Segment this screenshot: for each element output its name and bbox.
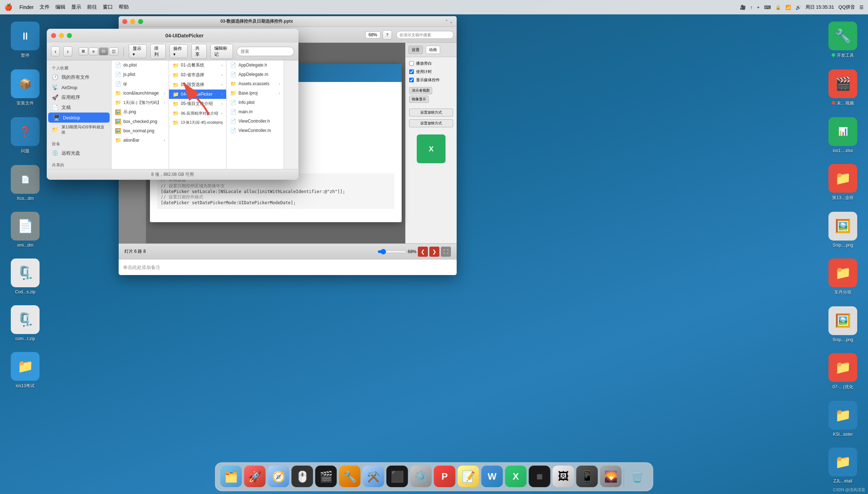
finder-action-btn[interactable]: 操作 ▾ [169, 44, 188, 58]
sidebar-item-desktop[interactable]: 🖥️ Desktop [48, 113, 110, 123]
settings-tab[interactable]: 设置 [408, 46, 423, 54]
menubar-finder[interactable]: Finder [19, 4, 34, 10]
file-item-viewcontroller-h[interactable]: 📄 ViewController.h [227, 116, 284, 126]
ppt-close-btn[interactable] [122, 19, 127, 24]
finder-back-btn[interactable]: ‹ [51, 46, 60, 56]
finder-icon-view[interactable]: ⊞ [79, 47, 88, 55]
file-item-ationbar[interactable]: 📁 ationBar › [111, 136, 169, 145]
volume-icon[interactable]: 🔊 [795, 5, 801, 10]
desktop-icon-13qi[interactable]: 📁 第13...业班 [825, 164, 861, 201]
desktop-icon-snip1[interactable]: 🖼️ Snip....png [825, 212, 861, 248]
finder-window[interactable]: 04-UIDatePicker ‹ › ⊞ ≡ ⊟ ◫ 显示 ▾ 排列 操作 ▾… [47, 29, 298, 180]
finder-gallery-view[interactable]: ◫ [109, 47, 118, 55]
file-item-shpng[interactable]: 🖼️ 示.png [111, 107, 169, 117]
file-item-assets[interactable]: 📁 Assets.xcassets › [227, 79, 284, 88]
desktop-icon-xco[interactable]: 📄 Xco...dm [7, 165, 43, 201]
file-item-boxchecked[interactable]: 🖼️ box_checked.png [111, 117, 169, 126]
ppt-help-btn[interactable]: ? [383, 30, 392, 40]
file-item-qi[interactable]: 📄 qi [111, 79, 169, 88]
dock-item-terminal[interactable]: ⬛ [387, 466, 408, 487]
display-option-2[interactable]: 设置放映方式 [409, 119, 453, 127]
desktop-icon-ksl[interactable]: 📁 KSl...aster [825, 401, 861, 437]
upload-icon[interactable]: ↑ [750, 5, 753, 10]
finder-list-view[interactable]: ≡ [89, 47, 98, 55]
menubar-file[interactable]: 文件 [40, 4, 50, 10]
ppt-fullscreen-btn[interactable]: ⛶ [441, 247, 451, 257]
ppt-min-btn[interactable] [130, 19, 135, 24]
ppt-note-area[interactable]: 单击此处添加备注 [119, 259, 457, 275]
ppt-zoom-slider[interactable] [378, 249, 406, 255]
sidebar-item-remote-disc[interactable]: 💿 远程光盘 [47, 148, 111, 158]
display-option-1[interactable]: 设置放映方式 [409, 109, 453, 116]
desktop-icon-dev-tools[interactable]: 🔧 开发工具 [825, 22, 861, 59]
add-icon[interactable]: + [757, 5, 760, 10]
desktop-icon-xmi[interactable]: 📄 xmi...dm [7, 212, 43, 248]
keyboard-icon[interactable]: ⌨ [764, 5, 771, 10]
file-item-base[interactable]: 📁 Base.lproj › [227, 88, 284, 98]
desktop-icon-com[interactable]: 🗜️ com...t.zip [7, 305, 43, 341]
file-item-01[interactable]: 📁 01-点餐系统 › [169, 60, 226, 70]
mode-btn-2[interactable]: 镜像显示 [409, 96, 429, 103]
ppt-max-btn[interactable] [138, 19, 143, 24]
dock-item-safari[interactable]: 🧭 [268, 466, 289, 487]
finder-max-btn[interactable] [67, 33, 72, 38]
whiteboard-checkbox[interactable] [409, 61, 414, 66]
finder-share-btn[interactable]: 共享 [191, 44, 207, 59]
file-item-04[interactable]: 📁 04-UIDatePicker › [169, 90, 226, 99]
file-item-js-plist[interactable]: 📄 js.plist [111, 70, 169, 79]
file-item-main-m[interactable]: 📄 main.m [227, 107, 284, 116]
file-item-06[interactable]: 📁 06-应用程序对象介绍 › [169, 109, 226, 118]
dock-item-video[interactable]: 🎬 [315, 466, 337, 487]
desktop-icon-zjl[interactable]: 📁 ZJL...etail [825, 448, 861, 484]
desktop-icon-ios13[interactable]: 📁 ios13考试 [7, 352, 43, 389]
file-item-appdelegate-m[interactable]: 📄 AppDelegate.m [227, 70, 284, 79]
menubar-go[interactable]: 前往 [87, 4, 97, 10]
file-item-appdelegate-h[interactable]: 📄 AppDelegate.h [227, 60, 284, 70]
file-item-02[interactable]: 📁 02-省市选择 › [169, 70, 226, 80]
file-item-ds-plist[interactable]: 📄 ds.plist [111, 60, 169, 70]
sidebar-item-applications[interactable]: 🚀 应用程序 [47, 92, 111, 102]
file-item-boxnormal[interactable]: 🖼️ box_normal.png [111, 126, 169, 136]
control-center-icon[interactable]: ☰ [859, 5, 864, 10]
dock-item-tools[interactable]: 🔧 [339, 466, 361, 487]
finder-display-btn[interactable]: 显示 ▾ [129, 44, 147, 58]
dock-item-trash[interactable]: 🗑️ [626, 466, 648, 487]
mode-btn-1[interactable]: 演示者视图 [409, 87, 432, 94]
file-item-icon-launch[interactable]: 📁 icon&launchImage › [111, 88, 169, 98]
apple-menu[interactable]: 🍎 [4, 3, 12, 11]
file-item-viewcontroller-m[interactable]: 📄 ViewController.m [227, 126, 284, 135]
finder-column-view[interactable]: ⊟ [99, 47, 108, 55]
finder-min-btn[interactable] [59, 33, 64, 38]
menubar-edit[interactable]: 编辑 [55, 4, 65, 10]
desktop-icon-xlsx[interactable]: 📊 ios1....xlsx [825, 117, 861, 153]
ppt-prev-btn[interactable]: ❮ [418, 247, 428, 257]
desktop-icon-07[interactable]: 📁 07-…(优化 [825, 353, 861, 390]
finder-close-btn[interactable] [51, 33, 56, 38]
sidebar-item-documents[interactable]: 📄 文稿 [47, 102, 111, 113]
finder-tag-btn[interactable]: 编辑标记 [210, 44, 233, 59]
file-item-03[interactable]: 📁 03-国货选择 › [169, 80, 226, 90]
sidebar-item-airdrop[interactable]: 📡 AirDrop [47, 82, 111, 92]
dock-item-word[interactable]: W [481, 466, 503, 487]
finder-forward-btn[interactable]: › [63, 46, 72, 56]
dock-item-finder[interactable]: 🗂️ [220, 466, 242, 487]
dock-item-mouse[interactable]: 🖱️ [292, 466, 313, 487]
ppt-zoom[interactable]: 68% [365, 31, 380, 38]
file-item-13day1[interactable]: 📁 13-第1天(应-鳄).xcodeproj [169, 118, 226, 127]
desktop-icon-question[interactable]: ❓ 问题 [7, 117, 43, 154]
input-method[interactable]: QQ拼音 [839, 4, 855, 10]
dock-item-settings[interactable]: ⚙️ [410, 466, 432, 487]
desktop-icon-pause[interactable]: ⏸ 暂停 [7, 22, 43, 59]
lock-icon[interactable]: 🔒 [775, 5, 781, 10]
dock-item-xcode[interactable]: ⚒️ [363, 466, 384, 487]
desktop-icon-chedan[interactable]: 📁 车丹分班 [825, 259, 861, 296]
dock-item-black-app[interactable]: ■ [529, 466, 551, 487]
anim-tab[interactable]: 动画 [426, 46, 440, 54]
dock-item-screen[interactable]: 📱 [576, 466, 598, 487]
wifi-icon[interactable]: 📶 [785, 5, 791, 10]
show-controls-checkbox[interactable] [409, 78, 414, 82]
ppt-next-btn[interactable]: ❯ [429, 247, 439, 257]
desktop-icon-install[interactable]: 📦 安装文件 [7, 69, 43, 106]
finder-sort-btn[interactable]: 排列 [150, 44, 166, 59]
file-item-info-plist[interactable]: 📄 Info.plist [227, 98, 284, 107]
